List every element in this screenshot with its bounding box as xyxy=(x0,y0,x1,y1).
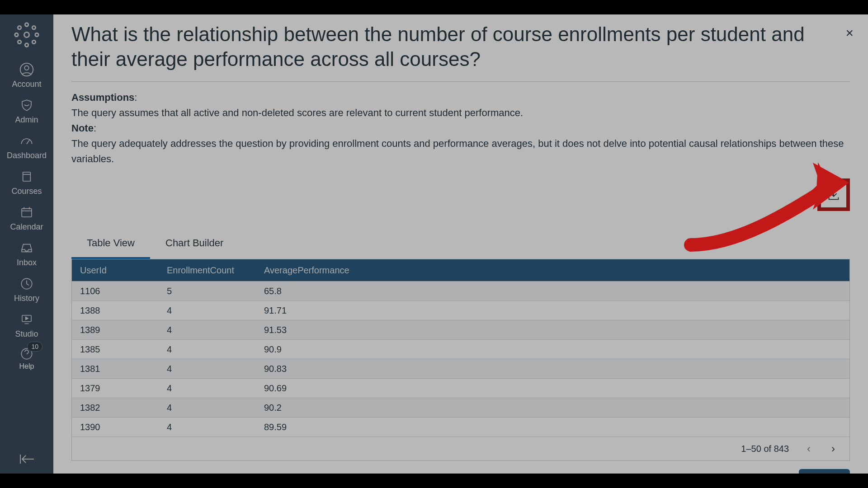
canvas-logo-icon[interactable] xyxy=(13,21,41,49)
collapse-sidebar-button[interactable] xyxy=(0,453,53,465)
svg-point-1 xyxy=(25,23,28,27)
svg-marker-22 xyxy=(26,317,28,320)
svg-point-10 xyxy=(24,66,28,70)
nav-label: Dashboard xyxy=(7,151,47,160)
monitor-play-icon xyxy=(19,311,35,328)
svg-rect-13 xyxy=(22,209,32,217)
nav-admin[interactable]: Admin xyxy=(0,94,53,129)
nav-inbox[interactable]: Inbox xyxy=(0,236,53,272)
svg-point-2 xyxy=(25,43,28,47)
gauge-icon xyxy=(19,133,35,149)
collapse-left-icon xyxy=(18,453,36,465)
book-icon xyxy=(19,169,35,185)
modal-backdrop[interactable] xyxy=(53,14,868,474)
nav-label: Admin xyxy=(15,115,38,125)
nav-label: Inbox xyxy=(17,258,37,267)
user-circle-icon xyxy=(19,61,35,78)
app-window: Account Admin Dashboard Courses Calendar xyxy=(0,14,868,474)
svg-point-6 xyxy=(32,26,36,29)
svg-point-7 xyxy=(18,40,21,44)
svg-point-0 xyxy=(24,32,29,37)
inbox-icon xyxy=(19,240,35,256)
nav-account[interactable]: Account xyxy=(0,58,53,94)
svg-point-5 xyxy=(18,26,21,29)
nav-history[interactable]: History xyxy=(0,272,53,308)
nav-label: Courses xyxy=(11,187,42,196)
global-nav-sidebar: Account Admin Dashboard Courses Calendar xyxy=(0,14,53,474)
nav-label: Account xyxy=(12,80,41,89)
nav-calendar[interactable]: Calendar xyxy=(0,201,53,236)
nav-label: History xyxy=(14,294,39,303)
svg-point-4 xyxy=(35,33,39,37)
nav-help[interactable]: 10 Help xyxy=(0,343,53,375)
clock-icon xyxy=(19,276,35,292)
nav-label: Studio xyxy=(15,329,38,339)
help-badge: 10 xyxy=(27,342,42,352)
main-content: × What is the relationship between the n… xyxy=(53,14,868,474)
calendar-icon xyxy=(19,204,35,221)
nav-studio[interactable]: Studio xyxy=(0,308,53,343)
nav-label: Help xyxy=(19,362,34,371)
svg-point-3 xyxy=(15,33,19,37)
nav-courses[interactable]: Courses xyxy=(0,165,53,201)
shield-icon xyxy=(19,97,35,113)
nav-label: Calendar xyxy=(10,222,43,232)
svg-point-8 xyxy=(32,40,36,44)
svg-line-11 xyxy=(27,140,30,144)
nav-dashboard[interactable]: Dashboard xyxy=(0,129,53,165)
